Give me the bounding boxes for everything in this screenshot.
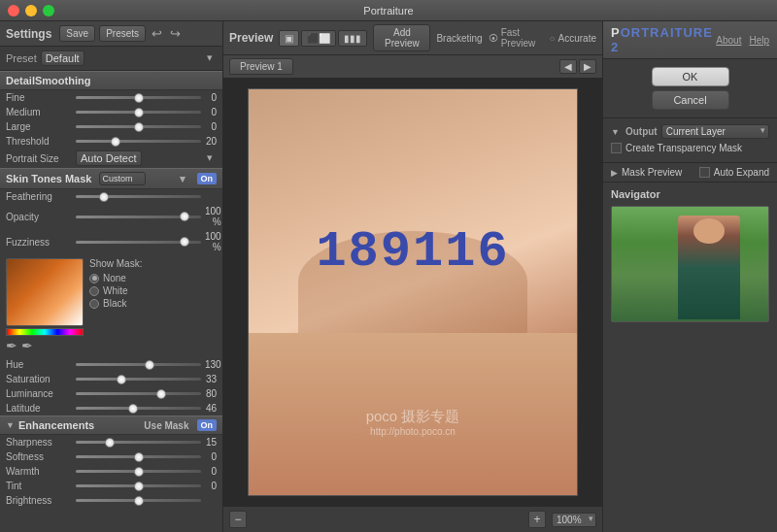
mask-preview-collapse-icon[interactable]: ▶: [611, 168, 618, 178]
saturation-slider[interactable]: [76, 378, 201, 381]
brightness-slider[interactable]: [76, 499, 201, 502]
right-panel: PORTRAITURE 2 About Help OK Cancel ▼ Out…: [602, 21, 777, 532]
show-mask-area: Show Mask: None White Black: [89, 258, 142, 309]
bracketing-button[interactable]: Bracketing: [436, 33, 482, 44]
output-select[interactable]: Current Layer New Layer: [661, 124, 769, 139]
view-split-button[interactable]: ⬛⬜: [301, 30, 336, 47]
luminance-row: Luminance 80: [0, 386, 222, 401]
sharpness-slider[interactable]: [76, 441, 201, 444]
navigator-thumbnail[interactable]: [611, 206, 769, 322]
auto-expand-checkbox[interactable]: [699, 167, 710, 178]
view-single-button[interactable]: ▣: [279, 30, 299, 47]
warmth-slider[interactable]: [76, 470, 201, 473]
fine-value: 0: [205, 92, 217, 103]
header-links: About Help: [716, 35, 769, 46]
redo-button[interactable]: ↪: [168, 26, 183, 41]
detail-smoothing-header: DetailSmoothing: [0, 71, 222, 90]
latitude-value: 46: [205, 403, 217, 414]
skin-tones-label: Skin Tones Mask: [6, 173, 91, 184]
enhancements-collapse-icon[interactable]: ▼: [6, 420, 15, 430]
eyedropper-icon[interactable]: ✒: [6, 338, 17, 353]
titlebar: Portraiture: [0, 0, 777, 21]
fine-row: Fine 0: [0, 90, 222, 105]
luminance-label: Luminance: [6, 388, 72, 399]
view-columns-button[interactable]: ▮▮▮: [338, 30, 367, 47]
mask-preview-row: ▶ Mask Preview Auto Expand: [603, 163, 777, 183]
preset-select[interactable]: Default: [41, 50, 84, 66]
zoom-in-button[interactable]: +: [528, 511, 546, 528]
tint-slider[interactable]: [76, 484, 201, 487]
preview-label: Preview: [229, 31, 273, 45]
medium-label: Medium: [6, 107, 72, 117]
preview-tab-1[interactable]: Preview 1: [229, 58, 293, 75]
large-slider[interactable]: [76, 125, 201, 128]
zoom-out-button[interactable]: −: [229, 511, 247, 528]
minimize-button[interactable]: [25, 5, 37, 17]
save-button[interactable]: Save: [59, 25, 95, 42]
hue-strip[interactable]: [6, 328, 84, 336]
portrait-size-select-wrapper: Auto Detect: [76, 150, 217, 166]
enhancements-header: ▼ Enhancements Use Mask On: [0, 416, 222, 435]
softness-label: Softness: [6, 451, 72, 462]
about-link[interactable]: About: [716, 35, 741, 46]
portrait-image: 189116 poco 摄影专题 http://photo.poco.cn: [248, 88, 578, 496]
portrait-size-select[interactable]: Auto Detect: [76, 150, 142, 166]
close-button[interactable]: [8, 5, 19, 17]
add-preview-button[interactable]: Add Preview: [373, 24, 430, 51]
enhancements-label: Enhancements: [18, 419, 94, 431]
warmth-label: Warmth: [6, 466, 72, 477]
main-layout: Settings Save Presets ↩ ↪ Preset Default…: [0, 21, 777, 532]
create-transparency-checkbox[interactable]: [611, 143, 622, 153]
prev-arrow[interactable]: ◀: [559, 59, 577, 74]
threshold-slider[interactable]: [76, 140, 201, 143]
undo-button[interactable]: ↩: [150, 26, 164, 41]
nav-arrows: ◀ ▶: [559, 59, 596, 74]
opacity-label: Opacity: [6, 212, 72, 222]
ok-button[interactable]: OK: [652, 67, 729, 86]
help-link[interactable]: Help: [749, 35, 769, 46]
mask-black-row[interactable]: Black: [89, 298, 142, 309]
accurate-option[interactable]: ○ Accurate: [549, 33, 596, 44]
fast-preview-option[interactable]: ⦿ Fast Preview: [489, 27, 544, 49]
fine-slider[interactable]: [76, 96, 201, 99]
preset-label: Preset: [6, 52, 37, 64]
mask-black-radio[interactable]: [89, 299, 99, 309]
mask-white-radio[interactable]: [89, 286, 99, 296]
maximize-button[interactable]: [43, 5, 54, 17]
zoom-select[interactable]: 100% 50% 200% Fit: [552, 513, 596, 527]
auto-expand-label: Auto Expand: [714, 167, 769, 178]
latitude-slider[interactable]: [76, 407, 201, 410]
output-collapse-icon[interactable]: ▼: [611, 127, 620, 137]
use-mask-label: Use Mask: [144, 420, 188, 431]
accurate-label: Accurate: [558, 33, 596, 44]
color-swatch[interactable]: [6, 258, 84, 326]
portraiture-header: PORTRAITURE 2 About Help: [603, 21, 777, 59]
medium-value: 0: [205, 107, 217, 117]
opacity-slider[interactable]: [76, 216, 201, 218]
zoom-select-wrapper: 100% 50% 200% Fit: [552, 513, 596, 527]
skin-mode-wrapper: Custom: [99, 172, 188, 185]
presets-button[interactable]: Presets: [99, 25, 146, 42]
settings-toolbar: Settings Save Presets ↩ ↪: [0, 21, 222, 47]
softness-value: 0: [205, 451, 217, 462]
fuzziness-slider[interactable]: [76, 241, 201, 244]
color-area: ✒ ✒ Show Mask: None White Black: [0, 254, 222, 357]
feathering-slider[interactable]: [76, 195, 201, 198]
hue-slider[interactable]: [76, 363, 201, 366]
create-transparency-row: Create Transparency Mask: [611, 143, 769, 153]
eyedropper2-icon[interactable]: ✒: [21, 338, 33, 353]
fuzziness-label: Fuzziness: [6, 237, 72, 248]
warmth-row: Warmth 0: [0, 464, 222, 479]
mask-white-row[interactable]: White: [89, 285, 142, 296]
mask-none-row[interactable]: None: [89, 273, 142, 283]
mask-none-radio[interactable]: [89, 274, 99, 283]
softness-slider[interactable]: [76, 455, 201, 458]
medium-slider[interactable]: [76, 111, 201, 114]
skin-mode-select[interactable]: Custom: [99, 172, 146, 185]
show-mask-label: Show Mask:: [89, 258, 142, 269]
cancel-button[interactable]: Cancel: [652, 90, 729, 110]
hue-row: Hue 130: [0, 357, 222, 372]
next-arrow[interactable]: ▶: [579, 59, 596, 74]
luminance-slider[interactable]: [76, 392, 201, 395]
softness-row: Softness 0: [0, 449, 222, 464]
